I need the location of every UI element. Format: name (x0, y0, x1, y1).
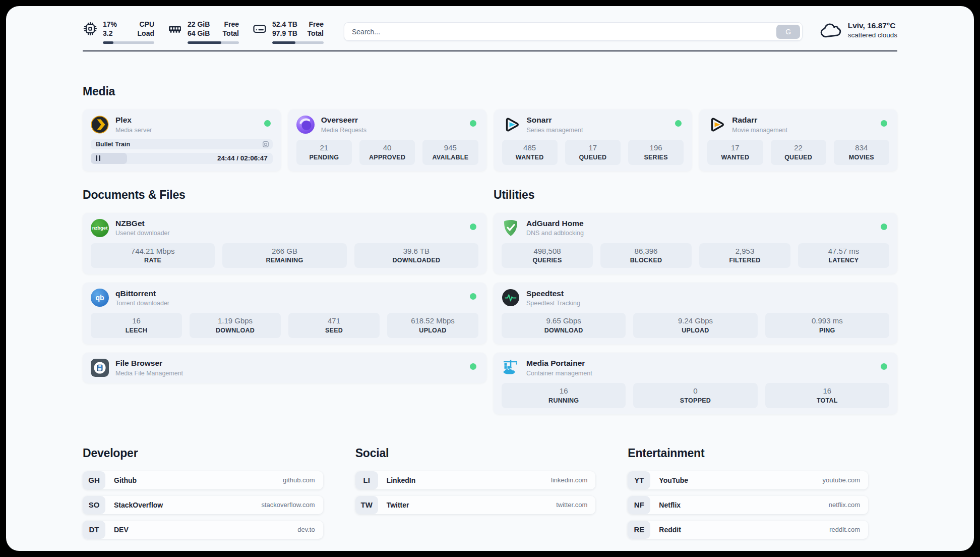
plex-icon (91, 116, 109, 134)
now-playing-row: Bullet Train (91, 139, 273, 149)
stat-value: 86,396 (602, 247, 690, 256)
memory-free-label: Free (224, 20, 239, 29)
app-subtitle: Media File Management (115, 370, 183, 377)
cpu-load-value: 3.2 (103, 29, 112, 38)
netflix-badge-icon: NF (628, 496, 650, 514)
bookmark-netflix[interactable]: NF Netflix netflix.com (628, 496, 868, 514)
search-engine-button[interactable]: G (776, 25, 800, 39)
dashboard-page: 17% CPU 3.2 Load (6, 6, 974, 551)
stat-tile-wanted: 485 WANTED (502, 140, 558, 165)
stat-label: DOWNLOAD (504, 327, 624, 334)
cpu-usage-bar (103, 41, 154, 44)
stat-tile-wanted: 17 WANTED (707, 140, 763, 165)
status-indicator (675, 120, 682, 127)
bookmark-name: Reddit (659, 526, 681, 534)
stat-value: 744.21 Mbps (93, 247, 213, 256)
stat-label: QUERIES (504, 257, 591, 264)
app-card-radarr[interactable]: Radarr Movie management 17 WANTED 22 QUE… (699, 109, 897, 171)
stat-label: WANTED (709, 154, 761, 161)
app-subtitle: Usenet downloader (115, 230, 170, 237)
pause-icon[interactable] (96, 155, 100, 161)
status-indicator (881, 224, 887, 230)
bookmark-linkedin[interactable]: LI LinkedIn linkedin.com (355, 471, 596, 489)
reddit-badge-icon: RE (628, 521, 650, 539)
stat-label: WANTED (504, 154, 556, 161)
stat-label: TOTAL (767, 397, 887, 404)
stat-tile-queued: 22 QUEUED (771, 140, 826, 165)
search-bar: G (344, 22, 803, 41)
qbittorrent-icon: qb (91, 289, 109, 307)
bookmark-name: Twitter (387, 501, 409, 509)
qbittorrent-icon-text: qb (95, 294, 104, 302)
stat-label: FILTERED (701, 257, 788, 264)
app-title: Media Portainer (526, 359, 592, 368)
status-indicator (470, 120, 476, 127)
bookmark-twitter[interactable]: TW Twitter twitter.com (355, 496, 596, 514)
stat-value: 471 (290, 316, 378, 326)
stat-value: 2,953 (701, 247, 788, 256)
stat-label: QUEUED (567, 154, 619, 161)
expand-icon[interactable] (262, 141, 269, 148)
top-bar: 17% CPU 3.2 Load (83, 20, 897, 44)
disk-free-value: 52.4 TB (272, 20, 297, 29)
app-title: Plex (115, 116, 152, 125)
disk-total-label: Total (308, 29, 324, 38)
stat-tile-available: 945 AVAILABLE (422, 140, 478, 165)
section-title-entertainment: Entertainment (628, 447, 868, 460)
app-title: Overseerr (321, 116, 366, 125)
app-subtitle: Speedtest Tracking (526, 300, 580, 307)
stat-label: REMAINING (224, 257, 344, 264)
stat-value: 16 (504, 386, 624, 396)
stat-tile-running: 16 RUNNING (502, 383, 626, 408)
stat-value: 834 (836, 143, 887, 153)
status-indicator (881, 363, 887, 370)
cpu-usage-fill (103, 41, 113, 44)
section-documents: Documents & Files nzbget NZBGet Usenet d… (83, 188, 486, 383)
app-card-qbittorrent[interactable]: qb qBittorrent Torrent downloader 16 LEE… (83, 283, 486, 344)
bookmark-reddit[interactable]: RE Reddit reddit.com (628, 521, 868, 539)
stat-value: 16 (93, 316, 180, 326)
filebrowser-icon (91, 359, 109, 377)
stat-label: BLOCKED (602, 257, 690, 264)
app-card-portainer[interactable]: Media Portainer Container management 16 … (494, 353, 897, 414)
section-developer: Developer GH Github github.com SO StackO… (83, 447, 323, 539)
app-card-speedtest[interactable]: Speedtest Speedtest Tracking 9.65 Gbps D… (494, 283, 897, 344)
stat-tile-total: 16 TOTAL (765, 383, 889, 408)
memory-usage-bar (188, 41, 239, 44)
app-card-overseerr[interactable]: Overseerr Media Requests 21 PENDING 40 A… (288, 109, 486, 171)
bookmark-youtube[interactable]: YT YouTube youtube.com (628, 471, 868, 489)
app-card-nzbget[interactable]: nzbget NZBGet Usenet downloader 744.21 M… (83, 213, 486, 274)
search-input[interactable] (344, 22, 803, 41)
bookmark-url: github.com (283, 476, 315, 484)
stat-label: LEECH (93, 327, 180, 334)
app-card-adguard[interactable]: AdGuard Home DNS and adblocking 498,508 … (494, 213, 897, 274)
memory-monitor: 22 GiB Free 64 GiB Total (167, 20, 239, 44)
stat-label: DOWNLOADED (356, 257, 476, 264)
stat-label: MOVIES (836, 154, 887, 161)
bookmark-stackoverflow[interactable]: SO StackOverflow stackoverflow.com (83, 496, 323, 514)
stat-value: 9.24 Gbps (635, 316, 755, 326)
app-title: qBittorrent (115, 289, 169, 299)
app-subtitle: Movie management (732, 127, 787, 134)
app-title: Speedtest (526, 289, 580, 299)
bookmark-url: reddit.com (829, 526, 860, 533)
stat-tile-pending: 21 PENDING (296, 140, 352, 165)
cpu-load-label: Load (138, 29, 154, 38)
stat-value: 47.57 ms (800, 247, 887, 256)
section-entertainment: Entertainment YT YouTube youtube.com NF … (628, 447, 868, 539)
section-title-documents: Documents & Files (83, 188, 486, 202)
stat-tile-upload: 9.24 Gbps UPLOAD (633, 313, 757, 338)
app-card-filebrowser[interactable]: File Browser Media File Management (83, 353, 486, 383)
app-card-sonarr[interactable]: Sonarr Series management 485 WANTED 17 Q… (494, 109, 692, 171)
app-subtitle: Torrent downloader (115, 300, 169, 307)
app-title: Sonarr (527, 116, 583, 125)
stat-value: 945 (424, 143, 476, 153)
app-card-plex[interactable]: Plex Media server Bullet Train (83, 109, 281, 171)
bookmark-github[interactable]: GH Github github.com (83, 471, 323, 489)
bookmark-url: youtube.com (823, 476, 860, 484)
stat-label: UPLOAD (389, 327, 476, 334)
hard-drive-icon (252, 21, 267, 36)
dev-badge-icon: DT (83, 521, 105, 539)
bookmark-dev[interactable]: DT DEV dev.to (83, 521, 323, 539)
playback-progress-bar: 24:44 / 02:06:47 (91, 153, 273, 164)
